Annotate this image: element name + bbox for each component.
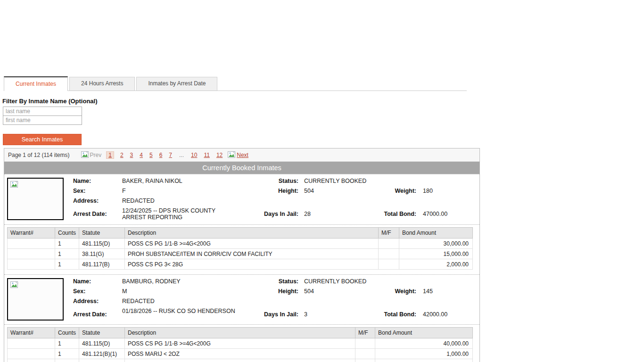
weight-label: Weight: xyxy=(379,288,416,298)
status-label: Status: xyxy=(237,278,298,288)
charges-header-row: Warrant# Counts Statute Description M/F … xyxy=(8,228,473,239)
charge-counts: 1 xyxy=(55,349,79,359)
inmate-weight: 145 xyxy=(416,288,475,298)
charge-counts: 1 xyxy=(55,259,79,270)
bond-amount-header: Bond Amount xyxy=(375,328,473,338)
mf-header: M/F xyxy=(379,228,399,239)
inmate-total-bond: 42000.00 xyxy=(416,311,475,318)
address-label: Address: xyxy=(69,197,122,207)
charge-warrant xyxy=(8,239,55,249)
pager-page-2[interactable]: 2 xyxy=(120,152,124,158)
inmate-name: BAKER, RAINA NIKOL xyxy=(122,178,237,188)
charge-row: 1 38.11(G) PROH SUBSTANCE/ITEM IN CORR/C… xyxy=(8,249,473,259)
charge-mf xyxy=(355,359,375,362)
pager-page-3[interactable]: 3 xyxy=(130,152,133,158)
inmate-sex: M xyxy=(122,288,237,298)
charge-warrant xyxy=(8,349,55,359)
weight-label: Weight: xyxy=(379,188,416,197)
charge-bond: 15,000.00 xyxy=(399,249,473,259)
days-in-jail-label: Days In Jail: xyxy=(237,211,298,217)
pager-page-6[interactable]: 6 xyxy=(159,152,163,158)
name-label: Name: xyxy=(69,178,122,188)
first-name-input[interactable] xyxy=(3,115,82,125)
grid-title: Currently Booked Inmates xyxy=(4,162,479,174)
pager-prev-label: Prev xyxy=(90,152,102,158)
inmate-photo xyxy=(7,178,64,220)
pager-page-10[interactable]: 10 xyxy=(191,152,197,158)
inmates-grid-panel: Page 1 of 12 (114 items) Prev 1 2 3 4 5 … xyxy=(4,148,480,362)
description-header: Description xyxy=(125,328,355,338)
address-label: Address: xyxy=(69,298,122,308)
inmate-sex: F xyxy=(122,188,237,197)
inmate-photo xyxy=(7,278,64,321)
charge-statute: CLASS C xyxy=(79,359,125,362)
broken-image-icon xyxy=(81,151,89,158)
last-name-input[interactable] xyxy=(3,107,82,116)
arrest-date-label: Arrest Date: xyxy=(69,211,122,217)
pager: Page 1 of 12 (114 items) Prev 1 2 3 4 5 … xyxy=(4,148,479,162)
pager-summary: Page 1 of 12 (114 items) xyxy=(8,152,70,158)
inmate-height: 504 xyxy=(298,288,379,298)
inmate-address: REDACTED xyxy=(122,298,237,308)
pager-page-1[interactable]: 1 xyxy=(106,151,114,159)
tab-24-hours-arrests[interactable]: 24 Hours Arrests xyxy=(69,77,135,90)
charge-description: POSS CS PG 3< 28G xyxy=(125,259,379,270)
inmate-status: CURRENTLY BOOKED xyxy=(298,178,475,188)
bond-amount-header: Bond Amount xyxy=(399,228,473,239)
pager-page-5[interactable]: 5 xyxy=(149,152,153,158)
charge-bond: 30,000.00 xyxy=(399,239,473,249)
total-bond-label: Total Bond: xyxy=(379,211,416,217)
charge-statute: 38.11(G) xyxy=(79,249,125,259)
inmate-address: REDACTED xyxy=(122,197,237,207)
charge-mf xyxy=(379,249,399,259)
broken-image-icon xyxy=(228,151,236,158)
tab-current-inmates[interactable]: Current Inmates xyxy=(4,76,68,91)
tab-inmates-by-arrest-date[interactable]: Inmates by Arrest Date xyxy=(136,77,217,90)
name-label: Name: xyxy=(69,278,122,288)
pager-page-4[interactable]: 4 xyxy=(140,152,143,158)
charge-statute: 481.115(D) xyxy=(79,338,125,349)
charge-bond: 40,000.00 xyxy=(375,338,473,349)
arrest-date-label: Arrest Date: xyxy=(69,311,122,318)
search-inmates-button[interactable]: Search Inmates xyxy=(3,134,82,145)
status-label: Status: xyxy=(237,178,298,188)
inmate-record: Name: BAKER, RAINA NIKOL Status: CURRENT… xyxy=(4,174,479,224)
charge-row: 1 481.115(D) POSS CS PG 1/1-B >=4G<200G … xyxy=(8,338,473,349)
filter-heading: Filter By Inmate Name (Optional) xyxy=(2,98,644,105)
inmate-total-bond: 47000.00 xyxy=(416,211,475,217)
charge-mf xyxy=(379,259,399,270)
pager-page-11[interactable]: 11 xyxy=(204,152,209,158)
inmate-arrest-date: 12/24/2025 -- DPS RUSK COUNTY ARREST REP… xyxy=(122,207,237,221)
charges-section: Warrant# Counts Statute Description M/F … xyxy=(4,324,479,362)
charges-table: Warrant# Counts Statute Description M/F … xyxy=(7,227,473,270)
charge-description: HEALTH AND SAFETY VIOL CLASS C xyxy=(125,359,355,362)
charges-table: Warrant# Counts Statute Description M/F … xyxy=(7,327,473,362)
pager-page-12[interactable]: 12 xyxy=(216,152,223,158)
charge-row: 1 CLASS C HEALTH AND SAFETY VIOL CLASS C… xyxy=(8,359,473,362)
charge-bond: 2,000.00 xyxy=(399,259,473,270)
charge-counts: 1 xyxy=(55,249,79,259)
charge-row: 1 481.115(D) POSS CS PG 1/1-B >=4G<200G … xyxy=(8,239,473,249)
charge-counts: 1 xyxy=(55,359,79,362)
counts-header: Counts xyxy=(55,328,79,338)
charge-description: POSS CS PG 1/1-B >=4G<200G xyxy=(125,338,355,349)
sex-label: Sex: xyxy=(69,188,122,197)
charges-section: Warrant# Counts Statute Description M/F … xyxy=(4,224,479,274)
mf-header: M/F xyxy=(355,328,375,338)
charge-mf xyxy=(355,338,375,349)
total-bond-label: Total Bond: xyxy=(379,311,416,318)
charge-description: POSS MARIJ < 2OZ xyxy=(125,349,355,359)
pager-page-7[interactable]: 7 xyxy=(169,152,172,158)
pager-next[interactable]: Next xyxy=(228,151,248,158)
inmate-weight: 180 xyxy=(416,188,475,197)
inmate-arrest-date: 01/18/2026 -- RUSK CO SO HENDERSON xyxy=(122,308,237,321)
charge-counts: 1 xyxy=(55,239,79,249)
charge-statute: 481.117(B) xyxy=(79,259,125,270)
warrant-header: Warrant# xyxy=(8,228,55,239)
charge-warrant xyxy=(8,338,55,349)
charge-row: 1 481.117(B) POSS CS PG 3< 28G 2,000.00 xyxy=(8,259,473,270)
inmate-days-in-jail: 28 xyxy=(298,211,379,217)
sex-label: Sex: xyxy=(69,288,122,298)
inmate-days-in-jail: 3 xyxy=(298,311,379,318)
tab-strip: Current Inmates 24 Hours Arrests Inmates… xyxy=(4,77,467,91)
